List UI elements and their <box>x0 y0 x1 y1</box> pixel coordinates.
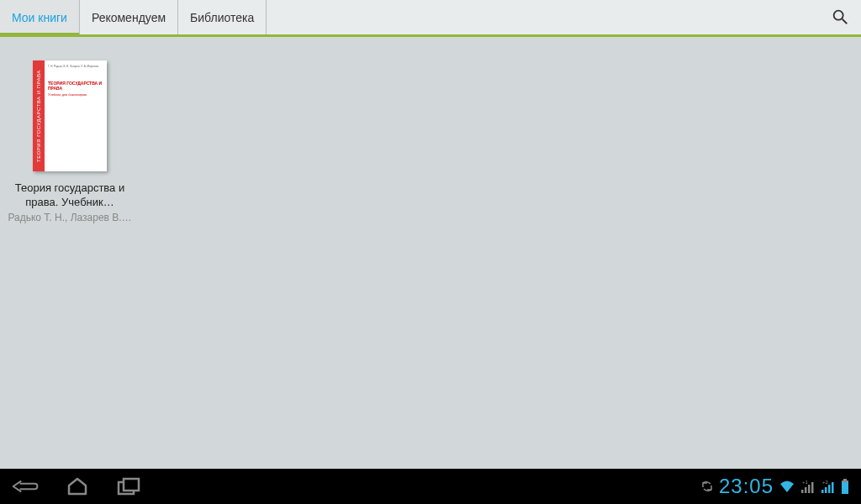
svg-rect-11 <box>825 487 827 493</box>
home-icon <box>66 477 89 496</box>
wifi-icon <box>779 479 795 494</box>
svg-rect-7 <box>808 485 811 493</box>
signal-sim2-icon: +2 <box>821 479 836 494</box>
book-cover-content: Т. Н. Радько, В. В. Лазарев, Л. А. Мороз… <box>45 60 107 171</box>
book-spine: ТЕОРИЯ ГОСУДАРСТВА И ПРАВА <box>33 60 45 171</box>
svg-rect-10 <box>821 490 824 493</box>
system-nav-bar: 23:05 +1 +2 <box>0 469 861 504</box>
search-button[interactable] <box>831 8 851 28</box>
book-title: Теория государства и права. Учебник… <box>7 181 133 210</box>
svg-text:+2: +2 <box>822 480 829 485</box>
svg-rect-8 <box>811 482 814 493</box>
svg-point-0 <box>834 10 843 19</box>
status-clock: 23:05 <box>719 475 774 498</box>
svg-rect-6 <box>805 487 807 493</box>
svg-rect-14 <box>843 479 847 480</box>
top-tab-bar: Мои книги Рекомендуем Библиотека <box>0 0 861 37</box>
recent-apps-button[interactable] <box>116 476 143 496</box>
book-grid: ТЕОРИЯ ГОСУДАРСТВА И ПРАВА Т. Н. Радько,… <box>0 37 861 247</box>
tab-library[interactable]: Библиотека <box>178 0 267 34</box>
back-button[interactable] <box>12 476 39 496</box>
signal-sim1-icon: +1 <box>800 479 816 494</box>
svg-line-1 <box>843 18 848 24</box>
sync-icon <box>700 480 714 492</box>
svg-text:+1: +1 <box>802 480 809 485</box>
svg-rect-12 <box>828 485 831 493</box>
tab-my-books[interactable]: Мои книги <box>0 0 80 34</box>
svg-rect-16 <box>842 482 848 494</box>
tab-recommended[interactable]: Рекомендуем <box>80 0 178 34</box>
battery-icon <box>841 479 849 494</box>
svg-rect-3 <box>124 479 139 491</box>
home-button[interactable] <box>64 476 91 496</box>
book-cover[interactable]: ТЕОРИЯ ГОСУДАРСТВА И ПРАВА Т. Н. Радько,… <box>33 60 107 171</box>
back-icon <box>12 478 39 495</box>
svg-rect-13 <box>832 482 834 493</box>
svg-rect-5 <box>801 490 804 493</box>
book-author: Радько Т. Н., Лазарев В.… <box>7 212 133 223</box>
search-icon <box>831 8 849 26</box>
recent-apps-icon <box>117 477 142 496</box>
book-item[interactable]: ТЕОРИЯ ГОСУДАРСТВА И ПРАВА Т. Н. Радько,… <box>7 60 133 223</box>
